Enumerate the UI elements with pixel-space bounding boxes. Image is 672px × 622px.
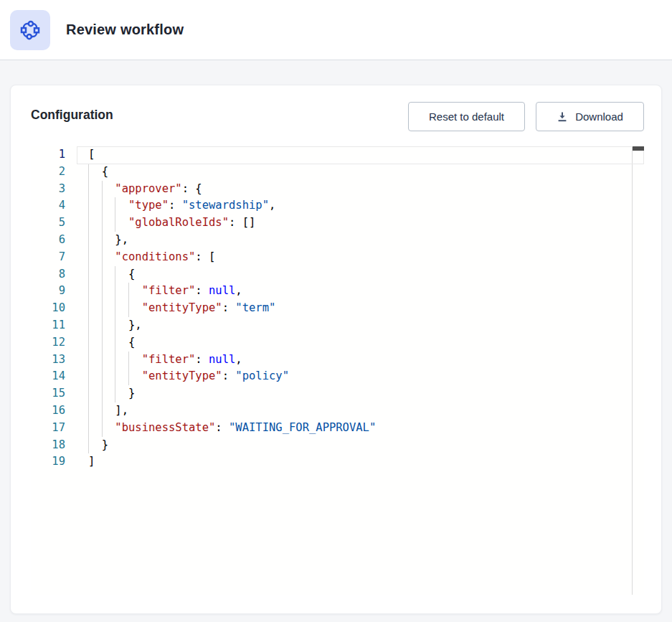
indent-guide-line <box>102 232 103 249</box>
line-number: 7 <box>31 249 65 266</box>
card-title: Configuration <box>31 108 113 123</box>
indent-guide-line <box>102 266 103 283</box>
app-header: Review workflow <box>0 0 672 60</box>
workflow-icon <box>10 10 50 50</box>
code-line[interactable]: "entityType": "term" <box>88 300 644 317</box>
indent-guide-line <box>102 334 103 352</box>
indent-guide-line <box>102 420 103 437</box>
editor-overview-ruler <box>632 146 633 595</box>
indent-guide-line <box>88 317 89 334</box>
indent-guide-line <box>102 317 103 334</box>
line-number: 8 <box>31 266 65 283</box>
indent-guide-line <box>115 385 115 402</box>
code-lines: [ { "approver": { "type": "stewardship",… <box>88 146 644 471</box>
indent-guide-line <box>115 266 115 283</box>
download-icon <box>557 111 568 123</box>
indent-guide-line <box>102 368 103 385</box>
indent-guide-line <box>115 197 115 215</box>
line-number: 11 <box>31 317 65 334</box>
code-line[interactable]: } <box>88 385 644 402</box>
code-line[interactable]: "filter": null, <box>88 283 644 300</box>
indent-guide-line <box>102 352 103 369</box>
indent-guide-line <box>88 385 89 402</box>
indent-guide-line <box>88 283 89 300</box>
configuration-card: Configuration Reset to default Download … <box>10 85 662 614</box>
indent-guide-line <box>102 283 103 300</box>
indent-guide-line <box>102 215 103 232</box>
indent-guide-line <box>128 352 129 369</box>
indent-guide-line <box>88 181 89 198</box>
code-line[interactable]: }, <box>88 232 644 249</box>
code-line[interactable]: "entityType": "policy" <box>88 368 644 385</box>
indent-guide-line <box>115 317 115 334</box>
code-line[interactable]: [ <box>88 146 644 164</box>
code-line[interactable]: } <box>88 437 644 454</box>
code-content[interactable]: [ { "approver": { "type": "stewardship",… <box>77 146 644 595</box>
line-number: 5 <box>31 215 65 232</box>
line-number: 19 <box>31 453 65 471</box>
indent-guide-line <box>102 402 103 420</box>
reset-to-default-label: Reset to default <box>429 110 504 123</box>
download-label: Download <box>575 110 623 123</box>
indent-guide-line <box>115 334 115 352</box>
indent-guide-line <box>102 181 103 198</box>
code-line[interactable]: { <box>88 164 644 181</box>
line-number: 17 <box>31 420 65 437</box>
code-line[interactable]: "type": "stewardship", <box>88 197 644 215</box>
download-button[interactable]: Download <box>536 102 644 131</box>
code-line[interactable]: ] <box>88 453 644 471</box>
reset-to-default-button[interactable]: Reset to default <box>408 102 525 131</box>
indent-guide-line <box>102 300 103 317</box>
line-number: 10 <box>31 300 65 317</box>
indent-guide-line <box>115 300 115 317</box>
line-number: 14 <box>31 368 65 385</box>
line-number: 4 <box>31 197 65 215</box>
code-line[interactable]: "filter": null, <box>88 352 644 369</box>
indent-guide-line <box>102 249 103 266</box>
code-line[interactable]: { <box>88 334 644 352</box>
indent-guide-line <box>88 232 89 249</box>
indent-guide-line <box>128 368 129 385</box>
indent-guide-line <box>88 402 89 420</box>
line-number: 13 <box>31 352 65 369</box>
indent-guide-line <box>128 283 129 300</box>
indent-guide-line <box>115 215 115 232</box>
line-number: 6 <box>31 232 65 249</box>
code-line[interactable]: "conditions": [ <box>88 249 644 266</box>
line-number: 15 <box>31 385 65 402</box>
indent-guide-line <box>88 420 89 437</box>
indent-guide-line <box>102 197 103 215</box>
code-line[interactable]: "globalRoleIds": [] <box>88 215 644 232</box>
line-numbers: 12345678910111213141516171819 <box>31 146 77 595</box>
code-line[interactable]: ], <box>88 402 644 420</box>
scrollbar-thumb[interactable] <box>633 146 644 151</box>
line-number: 12 <box>31 334 65 352</box>
indent-guide-line <box>88 352 89 369</box>
page-title: Review workflow <box>66 22 184 38</box>
line-number: 1 <box>31 146 65 164</box>
indent-guide-line <box>88 300 89 317</box>
indent-guide-line <box>88 334 89 352</box>
line-number: 18 <box>31 437 65 454</box>
line-number: 9 <box>31 283 65 300</box>
code-line[interactable]: "businessState": "WAITING_FOR_APPROVAL" <box>88 420 644 437</box>
indent-guide-line <box>88 215 89 232</box>
line-number: 2 <box>31 164 65 181</box>
indent-guide-line <box>88 197 89 215</box>
indent-guide-line <box>88 368 89 385</box>
indent-guide-line <box>115 352 115 369</box>
indent-guide-line <box>88 437 89 454</box>
line-number: 3 <box>31 181 65 198</box>
indent-guide-line <box>88 266 89 283</box>
indent-guide-line <box>102 385 103 402</box>
code-line[interactable]: "approver": { <box>88 181 644 198</box>
indent-guide-line <box>88 249 89 266</box>
line-number: 16 <box>31 402 65 420</box>
indent-guide-line <box>128 300 129 317</box>
indent-guide-line <box>88 164 89 181</box>
indent-guide-line <box>115 368 115 385</box>
indent-guide-line <box>115 283 115 300</box>
code-line[interactable]: { <box>88 266 644 283</box>
code-line[interactable]: }, <box>88 317 644 334</box>
code-editor[interactable]: 12345678910111213141516171819 [ { "appro… <box>31 146 644 595</box>
